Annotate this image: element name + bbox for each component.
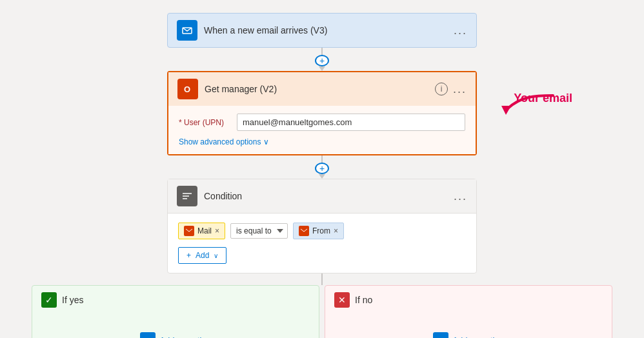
svg-rect-15: [436, 335, 445, 338]
user-label: User (UPN): [179, 118, 230, 127]
trigger-dots-menu[interactable]: ...: [454, 24, 467, 37]
get-manager-header-left: O Get manager (V2): [177, 79, 277, 99]
connector-1: +: [315, 48, 329, 71]
mail-tag: Mail ×: [178, 223, 225, 239]
condition-title: Condition: [204, 191, 242, 201]
show-advanced-options[interactable]: Show advanced options ∨: [179, 137, 465, 146]
from-tag-close[interactable]: ×: [334, 226, 338, 235]
from-tag: From ×: [293, 223, 344, 239]
user-field-row: User (UPN): [179, 114, 465, 131]
no-badge: ✕: [334, 292, 350, 308]
add-row: + Add ∨: [178, 247, 466, 264]
add-label: Add: [196, 251, 209, 260]
plus-icon-2: +: [319, 164, 325, 173]
add-action-yes-label: Add an action: [159, 335, 211, 339]
get-manager-header: O Get manager (V2) i ...: [168, 72, 476, 106]
add-action-no-button[interactable]: Add an action: [433, 332, 504, 338]
add-action-no-icon: [433, 332, 448, 338]
if-yes-label: If yes: [62, 295, 83, 305]
svg-rect-11: [143, 335, 152, 338]
arrow-2: [319, 174, 325, 179]
mail-tag-icon: [184, 226, 194, 236]
condition-row: Mail × is equal to From ×: [178, 223, 466, 239]
get-manager-body: User (UPN) Show advanced options ∨: [168, 106, 476, 154]
add-button[interactable]: + Add ∨: [178, 247, 226, 264]
trigger-icon: [177, 20, 197, 41]
get-manager-icons: i ...: [435, 83, 467, 96]
yes-badge: ✓: [41, 292, 57, 308]
add-chevron-icon: ∨: [214, 252, 218, 259]
branch-no-body: Add an action: [325, 314, 612, 338]
get-manager-title: Get manager (V2): [205, 84, 277, 94]
add-action-yes-button[interactable]: Add an action: [140, 332, 211, 338]
mail-tag-close[interactable]: ×: [215, 226, 219, 235]
connector-line-3: [321, 273, 323, 285]
is-equal-select[interactable]: is equal to: [230, 223, 288, 239]
yes-check-icon: ✓: [45, 295, 53, 305]
svg-marker-4: [501, 106, 511, 115]
condition-body: Mail × is equal to From ×: [168, 214, 476, 273]
branch-yes-header: ✓ If yes: [32, 286, 319, 314]
if-no-label: If no: [355, 295, 372, 305]
branch-no: ✕ If no Add an action: [325, 285, 612, 338]
svg-rect-9: [185, 227, 193, 235]
add-step-2[interactable]: +: [315, 163, 329, 174]
svg-text:O: O: [184, 84, 190, 94]
add-action-yes-icon: [140, 332, 156, 338]
branches-row: ✓ If yes Add an action: [32, 285, 612, 338]
user-input[interactable]: [237, 114, 465, 131]
branch-yes: ✓ If yes Add an action: [32, 285, 319, 338]
condition-dots[interactable]: ...: [454, 190, 467, 203]
svg-rect-10: [300, 227, 308, 235]
from-tag-icon: [299, 226, 309, 236]
connector-line-2: [321, 155, 323, 163]
branches-connector: [32, 273, 612, 285]
from-tag-label: From: [312, 226, 330, 235]
trigger-block: When a new email arrives (V3) ...: [167, 13, 477, 48]
plus-add-icon: +: [186, 251, 191, 260]
info-icon[interactable]: i: [435, 83, 448, 95]
no-x-icon: ✕: [338, 295, 346, 305]
connector-line-1: [321, 48, 323, 55]
add-action-no-label: Add an action: [452, 335, 504, 339]
condition-header: Condition ...: [168, 179, 476, 214]
trigger-block-left: When a new email arrives (V3): [177, 20, 327, 41]
get-manager-block: O Get manager (V2) i ... User (UPN) Sho: [167, 71, 477, 155]
condition-header-left: Condition: [177, 186, 242, 206]
branch-no-header: ✕ If no: [325, 286, 612, 314]
mail-tag-label: Mail: [197, 226, 212, 235]
branch-yes-body: Add an action: [32, 314, 319, 338]
chevron-down-icon: ∨: [263, 137, 269, 146]
condition-block: Condition ... Mail ×: [167, 179, 477, 273]
connector-2: +: [315, 155, 329, 179]
arrow-1: [319, 66, 325, 71]
add-step-1[interactable]: +: [315, 55, 329, 66]
trigger-title: When a new email arrives (V3): [204, 25, 327, 35]
plus-icon-1: +: [319, 56, 325, 65]
your-email-annotation: Your email: [514, 92, 572, 105]
get-manager-icon: O: [177, 79, 198, 99]
get-manager-dots[interactable]: ...: [453, 83, 467, 96]
condition-icon: [177, 186, 197, 206]
